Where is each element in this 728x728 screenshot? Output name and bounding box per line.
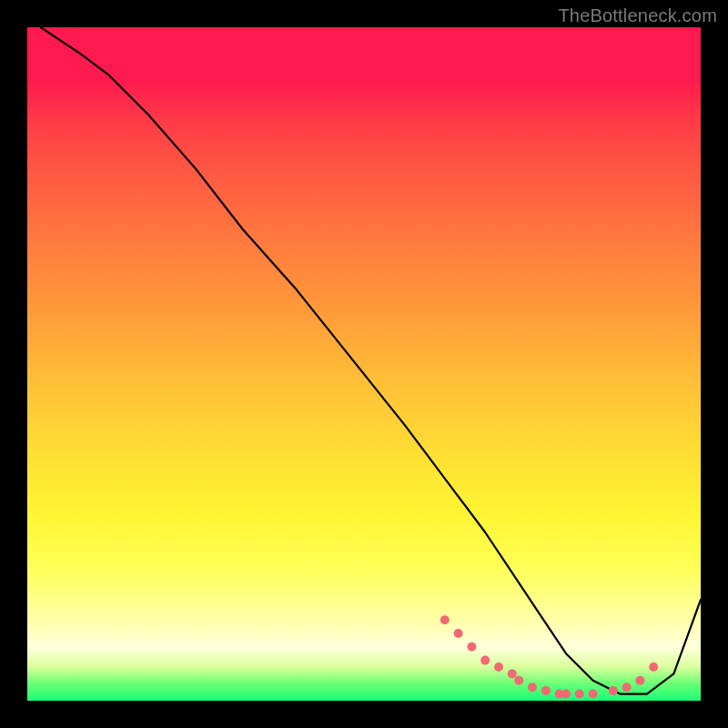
marker-dot bbox=[541, 686, 551, 695]
marker-dot bbox=[494, 662, 503, 672]
marker-dot bbox=[589, 690, 598, 699]
marker-dot bbox=[454, 629, 463, 638]
marker-dot bbox=[480, 656, 490, 665]
marker-dot bbox=[622, 682, 632, 692]
watermark-text: TheBottleneck.com bbox=[558, 5, 717, 26]
marker-dot bbox=[649, 662, 658, 672]
plot-area bbox=[27, 27, 701, 701]
marker-dot bbox=[528, 682, 537, 692]
marker-dot bbox=[561, 690, 571, 699]
bottleneck-curve bbox=[41, 27, 701, 694]
marker-dot bbox=[635, 676, 644, 685]
marker-dot bbox=[440, 615, 450, 624]
curve-svg bbox=[27, 27, 701, 701]
marker-dot bbox=[467, 642, 476, 652]
marker-dot bbox=[508, 669, 517, 678]
marker-dot bbox=[514, 676, 523, 685]
marker-dot bbox=[575, 690, 584, 699]
marker-dot bbox=[609, 686, 618, 695]
chart-frame: TheBottleneck.com bbox=[0, 0, 728, 728]
